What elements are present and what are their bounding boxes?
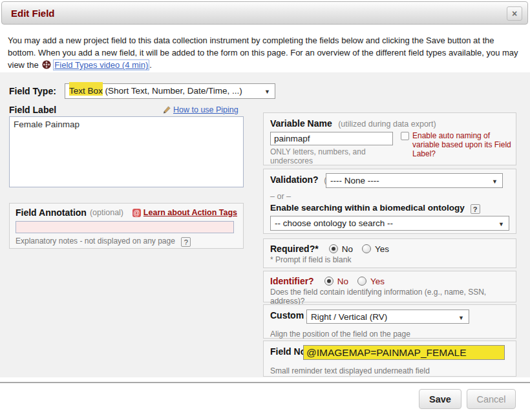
variable-name-input[interactable] xyxy=(270,132,393,145)
field-note-panel: Field Note (optional) @IMAGEMAP=PAINMAP_… xyxy=(263,341,516,377)
auto-naming-checkbox[interactable] xyxy=(401,132,409,140)
or-divider: – or – xyxy=(270,192,291,201)
field-note-note: Small reminder text displayed underneath… xyxy=(270,366,430,375)
intro-paragraph: You may add a new project field to this … xyxy=(8,34,524,71)
custom-alignment-note: Align the position of the field on the p… xyxy=(270,330,410,339)
custom-alignment-panel: Custom Alignment Right / Vertical (RV) ▼… xyxy=(263,304,516,339)
required-label: Required?* xyxy=(270,244,319,254)
identifier-yes-label[interactable]: Yes xyxy=(370,277,385,286)
identifier-no-radio[interactable] xyxy=(324,277,334,286)
field-type-select[interactable]: Text Box (Short Text, Number, Date/Time,… xyxy=(65,83,275,99)
identifier-yes-radio[interactable] xyxy=(357,277,366,286)
validation-selected-value: ---- None ---- xyxy=(330,176,379,185)
ontology-label: Enable searching within a biomedical ont… xyxy=(270,203,465,213)
dialog-titlebar: Edit Field × xyxy=(1,1,528,25)
footer-divider xyxy=(0,382,530,383)
action-tag-at-icon: @ xyxy=(132,209,141,217)
field-type-label: Field Type: xyxy=(9,86,56,96)
save-button[interactable]: Save xyxy=(419,389,461,409)
chevron-down-icon: ▼ xyxy=(498,217,504,231)
chevron-down-icon: ▼ xyxy=(492,174,498,188)
field-annotation-panel: Field Annotation (optional) @ Learn abou… xyxy=(9,203,244,249)
chevron-down-icon: ▼ xyxy=(458,311,464,324)
field-types-video-link[interactable]: Field Types video (4 min) xyxy=(53,59,149,70)
required-yes-radio[interactable] xyxy=(362,244,371,253)
identifier-label: Identifier? xyxy=(270,276,314,286)
edit-field-dialog: Edit Field × You may add a new project f… xyxy=(0,0,530,420)
identifier-note: Does the field contain identifying infor… xyxy=(270,288,509,306)
film-reel-icon xyxy=(42,60,51,69)
chevron-down-icon: ▼ xyxy=(264,85,270,99)
field-annotation-optional: (optional) xyxy=(90,208,123,217)
field-type-value-rest: (Short Text, Number, Date/Time, ...) xyxy=(103,86,242,96)
auto-naming-label[interactable]: Enable auto naming of variable based upo… xyxy=(412,131,512,158)
close-icon[interactable]: × xyxy=(507,6,522,21)
field-label-heading: Field Label xyxy=(9,105,56,115)
cancel-button[interactable]: Cancel xyxy=(467,389,516,409)
field-annotation-label: Field Annotation xyxy=(16,207,87,218)
how-to-use-piping-link[interactable]: How to use Piping xyxy=(173,105,238,114)
help-icon[interactable]: ? xyxy=(181,237,191,247)
identifier-panel: Identifier? No Yes Does the field contai… xyxy=(263,271,516,302)
custom-alignment-selected-value: Right / Vertical (RV) xyxy=(311,312,387,322)
learn-action-tags-link[interactable]: Learn about Action Tags xyxy=(143,208,237,217)
validation-select[interactable]: ---- None ---- ▼ xyxy=(326,173,503,188)
field-label-textarea[interactable]: Female Painmap xyxy=(9,116,244,187)
ontology-select[interactable]: -- choose ontology to search -- ▼ xyxy=(270,216,509,231)
required-no-radio[interactable] xyxy=(329,244,338,253)
required-panel: Required?* No Yes * Prompt if field is b… xyxy=(263,238,516,268)
ontology-selected-value: -- choose ontology to search -- xyxy=(275,218,393,228)
ontology-help-icon[interactable]: ? xyxy=(471,204,480,214)
variable-name-hint: (utilized during data export) xyxy=(338,120,436,129)
validation-label: Validation? xyxy=(270,174,319,185)
identifier-no-label[interactable]: No xyxy=(337,277,348,286)
validation-panel: Validation? (optional) ---- None ---- ▼ … xyxy=(263,169,516,234)
intro-suffix: . xyxy=(149,60,152,70)
field-note-input[interactable]: @IMAGEMAP=PAINMAP_FEMALE xyxy=(303,345,505,360)
required-note: * Prompt if field is blank xyxy=(270,255,509,264)
variable-name-panel: Variable Name (utilized during data expo… xyxy=(263,112,516,165)
required-yes-label[interactable]: Yes xyxy=(375,244,389,254)
variable-name-note: ONLY letters, numbers, and underscores xyxy=(270,147,390,165)
variable-name-label: Variable Name xyxy=(270,118,332,129)
field-annotation-input[interactable] xyxy=(16,221,234,233)
required-no-label[interactable]: No xyxy=(342,244,353,254)
piping-row: How to use Piping xyxy=(163,105,238,114)
pencil-icon xyxy=(163,105,171,114)
field-type-highlighted-value: Text Box xyxy=(69,86,103,96)
custom-alignment-select[interactable]: Right / Vertical (RV) ▼ xyxy=(306,310,469,324)
dialog-title: Edit Field xyxy=(11,8,55,19)
field-annotation-note: Explanatory notes - not displayed on any… xyxy=(16,236,175,246)
